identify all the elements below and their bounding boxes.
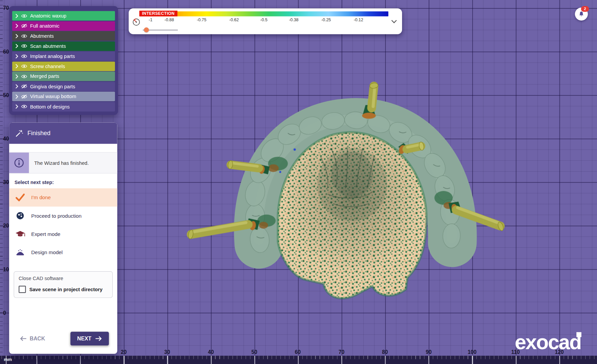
chevron-right-icon[interactable]: [15, 34, 18, 38]
intersection-title: INTERSECTION: [139, 11, 177, 17]
palate-scan-surface: [278, 132, 426, 298]
layer-label: Anatomic waxup: [30, 13, 66, 19]
layer-item-anatomic-waxup[interactable]: Anatomic waxup: [12, 11, 115, 21]
save-scene-checkbox-row[interactable]: Save scene in project directory: [19, 286, 108, 293]
intersection-threshold-slider[interactable]: [143, 27, 178, 33]
visibility-eye-off-icon[interactable]: [21, 24, 27, 28]
chevron-down-icon[interactable]: [391, 18, 397, 23]
layer-item-merged-parts[interactable]: Merged parts: [12, 71, 115, 81]
chevron-right-icon[interactable]: [15, 44, 18, 49]
dental-model-3d-view[interactable]: [164, 72, 521, 308]
x-axis-label: 100: [468, 349, 477, 355]
chevron-right-icon[interactable]: [15, 74, 18, 79]
x-axis-label: 40: [208, 349, 214, 355]
ruler-unit-label: mm: [4, 357, 12, 362]
chevron-right-icon[interactable]: [15, 13, 18, 18]
visibility-eye-icon[interactable]: [21, 44, 27, 49]
chevron-right-icon[interactable]: [15, 104, 18, 109]
colormap-tick: -0.38: [289, 18, 298, 22]
wizard-info-row: The Wizard has finished.: [9, 152, 117, 174]
chevron-right-icon[interactable]: [15, 84, 18, 89]
y-axis-label: 30: [3, 179, 9, 185]
layer-label: Implant analog parts: [30, 53, 75, 59]
save-scene-checkbox[interactable]: [19, 286, 26, 293]
option-design-model[interactable]: Design model: [9, 243, 117, 261]
close-cad-label: Close CAD software: [19, 275, 108, 281]
layer-label: Virtual waxup bottom: [30, 94, 76, 99]
visibility-eye-icon[interactable]: [21, 13, 27, 18]
ruler-vertical: [0, 0, 3, 356]
visibility-eye-icon[interactable]: [21, 104, 27, 109]
visibility-eye-icon[interactable]: [21, 54, 27, 59]
y-axis-label: 40: [3, 135, 9, 142]
visibility-eye-icon[interactable]: [21, 74, 27, 79]
option-label: Proceed to production: [31, 213, 82, 219]
exocad-logo-square: [576, 332, 581, 337]
colormap-tick: -0.25: [321, 18, 331, 22]
colormap-tick: -1: [149, 18, 152, 22]
notifications-button[interactable]: 2: [575, 8, 588, 21]
info-icon-block: [9, 153, 29, 173]
exocad-logo: exocad: [515, 330, 581, 354]
option-expert-mode[interactable]: Expert mode: [9, 225, 117, 243]
select-next-step-label: Select next step:: [9, 174, 117, 188]
layer-label: Bottom of designs: [30, 104, 69, 110]
save-scene-label: Save scene in project directory: [29, 286, 103, 292]
back-button[interactable]: BACK: [18, 335, 48, 342]
ruler-horizontal: mm: [0, 356, 597, 364]
layer-label: Merged parts: [30, 73, 59, 79]
wizard-buttons-row: BACK NEXT: [9, 332, 117, 354]
layer-item-gingiva-design-parts[interactable]: Gingiva design parts: [12, 82, 115, 91]
next-button[interactable]: NEXT: [70, 332, 109, 345]
visibility-eye-off-icon[interactable]: [21, 84, 27, 89]
wizard-title: Finished: [27, 130, 50, 136]
visibility-eye-icon[interactable]: [21, 34, 27, 38]
notification-badge: 2: [581, 6, 589, 12]
y-axis-label: 10: [3, 266, 9, 272]
x-axis-label: 50: [251, 349, 257, 355]
layer-item-screw-channels[interactable]: Screw channels: [12, 61, 115, 71]
layer-label: Abutments: [30, 33, 54, 39]
wizard-panel: Finished The Wizard has finished. Select…: [9, 122, 117, 354]
layer-item-virtual-waxup-bottom[interactable]: Virtual waxup bottom: [12, 92, 115, 101]
intersection-panel: INTERSECTION -1 -0.88 -0.75 -0.62 -0.5 -…: [129, 8, 402, 34]
chevron-right-icon[interactable]: [15, 54, 18, 59]
y-axis-label: 50: [3, 92, 9, 98]
option-label: Expert mode: [31, 231, 60, 237]
layer-item-bottom-of-designs[interactable]: Bottom of designs: [12, 102, 115, 111]
layers-panel: Anatomic waxup Full anatomic Abutments S…: [9, 6, 118, 115]
visibility-eye-icon[interactable]: [21, 64, 27, 69]
chevron-right-icon[interactable]: [15, 94, 18, 99]
wizard-message: The Wizard has finished.: [29, 153, 94, 173]
next-arrow-icon: [95, 336, 102, 341]
check-icon: [15, 193, 25, 202]
colormap-tick: -0.12: [354, 18, 363, 22]
chevron-right-icon[interactable]: [15, 24, 18, 28]
option-label: I'm done: [31, 194, 51, 200]
slider-handle[interactable]: [144, 27, 149, 32]
x-axis-label: 80: [382, 349, 388, 355]
next-button-label: NEXT: [77, 336, 91, 342]
x-axis-label: 20: [121, 349, 127, 355]
chevron-right-icon[interactable]: [15, 64, 18, 69]
x-axis-label: 70: [339, 349, 345, 355]
y-axis-label: 70: [3, 5, 9, 11]
option-proceed-to-production[interactable]: Proceed to production: [9, 207, 117, 225]
y-axis-label: 20: [3, 222, 9, 229]
exocad-logo-text: exocad: [515, 331, 581, 354]
visibility-eye-off-icon[interactable]: [21, 94, 27, 99]
layer-item-full-anatomic[interactable]: Full anatomic: [12, 21, 115, 31]
layer-item-abutments[interactable]: Abutments: [12, 31, 115, 41]
x-axis-label: 30: [164, 349, 170, 355]
design-model-icon: [15, 248, 25, 256]
colormap-tick: -0.88: [165, 18, 174, 22]
y-axis-label: 0: [3, 310, 6, 316]
colormap-tick: -0.62: [229, 18, 239, 22]
layer-item-implant-analog-parts[interactable]: Implant analog parts: [12, 51, 115, 61]
layer-item-scan-abutments[interactable]: Scan abutments: [12, 41, 115, 51]
colormap-tick: -0.75: [197, 18, 206, 22]
option-im-done[interactable]: I'm done: [9, 188, 117, 207]
colormap-tick-labels: -1 -0.88 -0.75 -0.62 -0.5 -0.38 -0.25 -0…: [139, 18, 388, 23]
x-axis-label: 60: [295, 349, 301, 355]
close-cad-group: Close CAD software Save scene in project…: [14, 271, 113, 298]
